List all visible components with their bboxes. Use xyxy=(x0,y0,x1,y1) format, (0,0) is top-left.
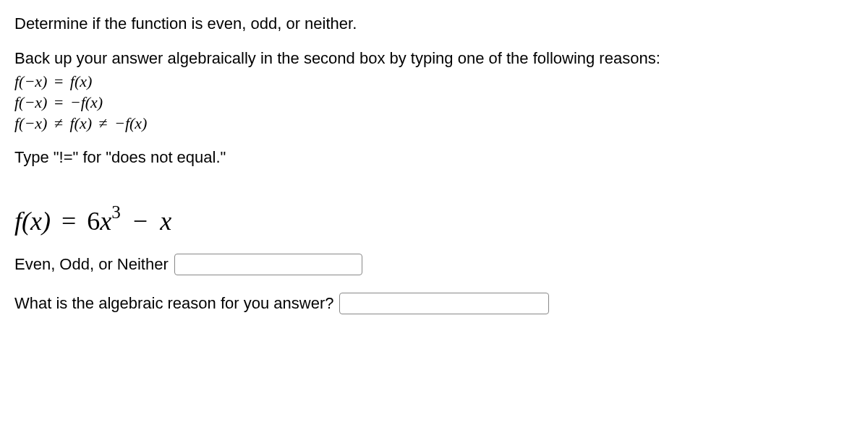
reason-neither-mid: f(x) xyxy=(69,114,92,132)
equals-sign: = xyxy=(51,72,66,90)
reason-option-odd: f(−x) = −f(x) xyxy=(14,92,854,113)
not-equals-sign: ≠ xyxy=(51,114,66,132)
reason-odd-rhs: −f(x) xyxy=(70,93,103,111)
reason-even-rhs: f(x) xyxy=(70,72,93,90)
not-equals-sign: ≠ xyxy=(95,114,110,132)
formula-var2: x xyxy=(160,207,171,236)
question-2-row: What is the algebraic reason for you ans… xyxy=(14,293,854,314)
reason-option-neither: f(−x) ≠ f(x) ≠ −f(x) xyxy=(14,113,854,134)
reason-neither-lhs: f(−x) xyxy=(14,114,47,132)
formula-lhs: f(x) xyxy=(14,207,51,236)
reason-odd-lhs: f(−x) xyxy=(14,93,47,111)
question-1-row: Even, Odd, or Neither xyxy=(14,254,854,275)
type-hint: Type "!=" for "does not equal." xyxy=(14,147,854,168)
minus-sign: − xyxy=(127,207,153,236)
prompt-line-1: Determine if the function is even, odd, … xyxy=(14,13,854,35)
reason-neither-rhs: −f(x) xyxy=(114,114,147,132)
reason-option-even: f(−x) = f(x) xyxy=(14,72,854,92)
question-2-label: What is the algebraic reason for you ans… xyxy=(14,294,333,313)
question-1-label: Even, Odd, or Neither xyxy=(14,255,169,274)
answer-2-input[interactable] xyxy=(339,293,549,314)
equals-sign: = xyxy=(51,93,66,111)
formula-exponent: 3 xyxy=(111,202,121,222)
prompt-line-2: Back up your answer algebraically in the… xyxy=(14,48,854,69)
reason-even-lhs: f(−x) xyxy=(14,72,47,90)
function-definition: f(x) = 6x3 − x xyxy=(14,204,854,236)
equals-sign: = xyxy=(57,207,80,236)
formula-var1: x xyxy=(100,207,111,236)
answer-1-input[interactable] xyxy=(174,254,362,275)
formula-coef: 6 xyxy=(87,207,100,236)
